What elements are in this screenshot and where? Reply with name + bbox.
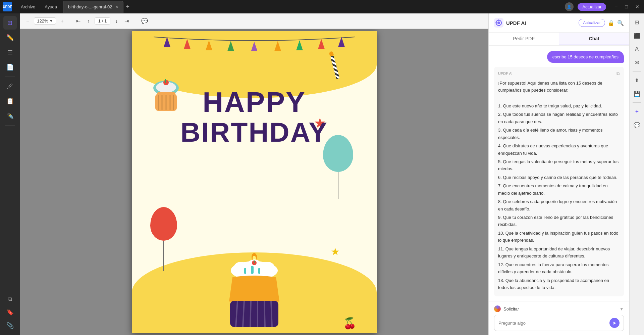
minimize-button[interactable]: − (613, 3, 620, 10)
last-page-button[interactable]: ⇥ (122, 16, 131, 26)
sidebar-icon-layers[interactable]: ⧉ (3, 292, 17, 305)
sidebar-icon-bookmark[interactable]: 🔖 (3, 305, 17, 319)
svg-rect-29 (244, 268, 246, 274)
window-controls: − □ ✕ (613, 3, 641, 10)
rs-icon-ocr[interactable]: A (631, 43, 643, 55)
svg-point-45 (495, 22, 497, 23)
solicitar-row[interactable]: Solicitar ▼ (494, 305, 624, 312)
tab-close-icon[interactable]: ✕ (115, 5, 118, 9)
sidebar-icon-sign[interactable]: ✒️ (3, 109, 17, 123)
svg-point-27 (260, 262, 275, 275)
svg-marker-5 (274, 41, 281, 51)
svg-marker-3 (227, 41, 234, 51)
tab-chat[interactable]: Chat (559, 33, 630, 45)
chat-area[interactable]: escribe 15 deseos de cumpleaños UPDF AI … (489, 46, 629, 301)
chat-bottom: Solicitar ▼ ➤ (489, 301, 629, 335)
svg-marker-6 (296, 40, 303, 50)
update-button[interactable]: Actualizar (578, 3, 606, 11)
birthday-text: BIRTHDAY (132, 118, 377, 146)
star-yellow: ★ (331, 246, 340, 257)
pdf-page: ★ ★ HAPPY B (132, 31, 377, 333)
pdf-viewer[interactable]: ★ ★ HAPPY B (20, 29, 488, 335)
solicitar-arrow-icon: ▼ (619, 306, 624, 312)
ai-header-right: Actualizar 🔒 🔍 (579, 19, 624, 27)
tab-add-icon[interactable]: + (123, 3, 132, 10)
tab-birthday[interactable]: birthday-c-...-genral-02 ✕ (63, 1, 123, 13)
user-avatar[interactable]: 👤 (565, 2, 574, 11)
chat-input-row: ➤ (494, 315, 624, 331)
ai-panel: UPDF AI Actualizar 🔒 🔍 Pedir PDF Chat es… (488, 13, 629, 335)
first-page-button[interactable]: ⇤ (74, 16, 83, 26)
sidebar-icon-attach[interactable]: 📎 (3, 319, 17, 332)
toolbar-separator-2 (135, 17, 135, 25)
rs-icon-share[interactable]: ⬆ (631, 74, 643, 86)
toolbar-separator-1 (70, 17, 70, 25)
send-button[interactable]: ➤ (609, 318, 620, 328)
last-page-icon: ⇥ (124, 18, 129, 24)
svg-rect-30 (258, 268, 260, 274)
logo-icon: UPDF (3, 2, 12, 11)
app-logo: UPDF (3, 2, 12, 11)
top-right-controls: 👤 Actualizar − □ ✕ (565, 2, 641, 11)
main-area: ⊞ ✏️ ☰ 📄 🖊 📋 ✒️ ⧉ 🔖 📎 − 122% ▼ + (0, 13, 644, 335)
comment-icon: 💬 (141, 18, 148, 24)
copy-button[interactable]: ⧉ (616, 71, 620, 77)
menu-archivo[interactable]: Archivo (17, 3, 39, 11)
center-area: − 122% ▼ + ⇤ ↑ 1 / 1 ↓ ⇥ (20, 13, 488, 335)
zoom-level: 122% (37, 18, 48, 23)
tab-chat-label: Chat (589, 36, 599, 41)
top-bar: UPDF Archivo Ayuda birthday-c-...-genral… (0, 0, 644, 13)
left-sidebar: ⊞ ✏️ ☰ 📄 🖊 📋 ✒️ ⧉ 🔖 📎 (0, 13, 20, 335)
svg-rect-32 (254, 260, 255, 263)
svg-marker-7 (318, 39, 325, 49)
happy-text: HAPPY (132, 88, 377, 116)
close-button[interactable]: ✕ (633, 3, 641, 10)
sidebar-icon-home[interactable]: ⊞ (3, 16, 17, 30)
prev-page-icon: ↑ (87, 18, 90, 24)
sidebar-bottom: ⧉ 🔖 📎 (3, 292, 17, 332)
rs-icon-protect[interactable]: ⬛ (631, 30, 643, 42)
bunting-svg (147, 34, 362, 51)
search-icon[interactable]: 🔍 (617, 20, 624, 26)
ai-actualizar-button[interactable]: Actualizar (579, 19, 605, 27)
chat-input[interactable] (498, 321, 607, 326)
big-cupcake (217, 251, 291, 330)
zoom-display[interactable]: 122% ▼ (34, 17, 56, 25)
tab-pedir-pdf[interactable]: Pedir PDF (489, 33, 559, 45)
maximize-button[interactable]: □ (623, 3, 630, 10)
rs-divider-1 (633, 71, 641, 71)
rs-icon-chat-bubble[interactable]: 💬 (631, 119, 643, 131)
comment-button[interactable]: 💬 (139, 16, 150, 26)
sidebar-icon-annotate[interactable]: 🖊 (3, 80, 17, 93)
rs-divider-2 (633, 102, 641, 103)
zoom-in-button[interactable]: + (59, 17, 66, 26)
next-page-button[interactable]: ↓ (113, 17, 120, 26)
sidebar-icon-stamp[interactable]: 📋 (3, 94, 17, 108)
svg-marker-2 (206, 40, 212, 50)
ai-label: UPDF AI (498, 71, 513, 77)
happy-text-wrapper: HAPPY BIRTHDAY (132, 88, 377, 146)
sidebar-icon-edit[interactable]: ✏️ (3, 31, 17, 44)
sidebar-icon-list[interactable]: ☰ (3, 46, 17, 59)
sidebar-icon-pages[interactable]: 📄 (3, 60, 17, 74)
toolbar: − 122% ▼ + ⇤ ↑ 1 / 1 ↓ ⇥ (20, 13, 488, 29)
ai-response: UPDF AI ⧉ ¡Por supuesto! Aquí tienes una… (494, 67, 624, 296)
ai-title: UPDF AI (506, 20, 526, 26)
rs-icon-mail[interactable]: ✉ (631, 56, 643, 68)
rs-icon-convert[interactable]: ⊞ (631, 16, 643, 28)
bunting (132, 34, 377, 51)
user-message: escribe 15 deseos de cumpleaños (547, 51, 624, 63)
rs-icon-save[interactable]: 💾 (631, 88, 643, 100)
sidebar-divider-2 (5, 125, 15, 126)
ai-header: UPDF AI Actualizar 🔒 🔍 (489, 13, 629, 33)
ai-logo (494, 18, 503, 28)
prev-page-button[interactable]: ↑ (85, 17, 92, 26)
zoom-out-button[interactable]: − (24, 17, 31, 26)
svg-marker-4 (251, 42, 258, 51)
rs-icon-ai[interactable]: ✦ (631, 105, 643, 117)
svg-point-42 (497, 21, 500, 24)
menu-ayuda[interactable]: Ayuda (41, 3, 60, 11)
svg-marker-1 (184, 39, 191, 49)
ai-tabs: Pedir PDF Chat (489, 33, 629, 46)
send-icon: ➤ (612, 320, 616, 326)
